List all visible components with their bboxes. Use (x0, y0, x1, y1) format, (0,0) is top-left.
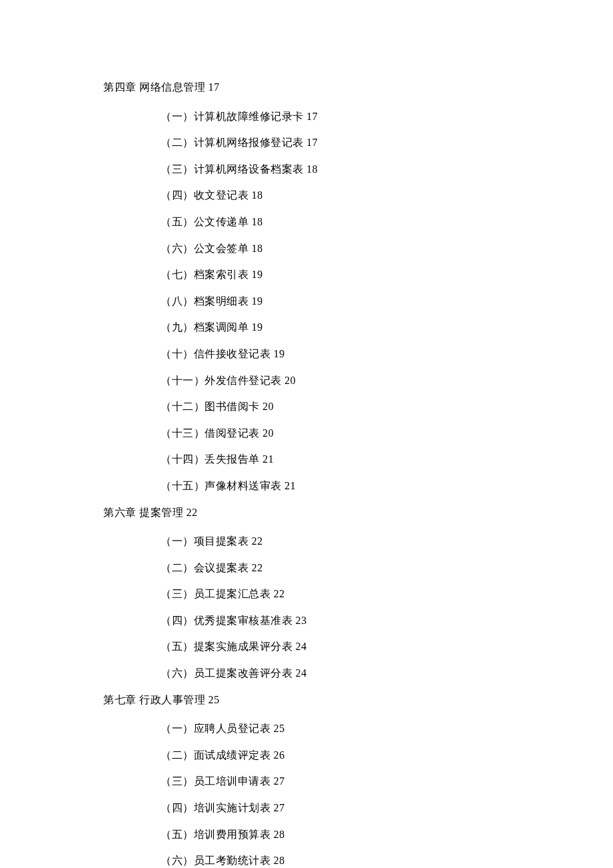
toc-item: （一）计算机故障维修记录卡 17 (161, 108, 613, 125)
toc-item: （一）项目提案表 22 (161, 533, 613, 550)
toc-item: （四）收文登记表 18 (161, 187, 613, 204)
toc-item: （二）会议提案表 22 (161, 559, 613, 577)
toc-item: （十一）外发信件登记表 20 (161, 372, 613, 389)
chapter-heading: 第四章 网络信息管理 17 (103, 79, 613, 96)
toc-item: （十三）借阅登记表 20 (161, 425, 613, 442)
toc-item: （五）提案实施成果评分表 24 (161, 638, 613, 655)
toc-item: （五）培训费用预算表 28 (161, 826, 613, 843)
toc-item: （六）员工提案改善评分表 24 (161, 665, 613, 682)
toc-item: （十五）声像材料送审表 21 (161, 477, 613, 495)
chapter-items: （一）应聘人员登记表 25 （二）面试成绩评定表 26 （三）员工培训申请表 2… (103, 720, 613, 868)
toc-item: （六）员工考勤统计表 28 (161, 852, 613, 868)
toc-item: （三）计算机网络设备档案表 18 (161, 161, 613, 178)
toc-item: （二）计算机网络报修登记表 17 (161, 134, 613, 151)
toc-item: （三）员工培训申请表 27 (161, 773, 613, 790)
toc-item: （二）面试成绩评定表 26 (161, 747, 613, 764)
chapter-heading: 第七章 行政人事管理 25 (103, 691, 613, 709)
chapter-items: （一）项目提案表 22 （二）会议提案表 22 （三）员工提案汇总表 22 （四… (103, 533, 613, 682)
toc-item: （十二）图书借阅卡 20 (161, 398, 613, 415)
toc-item: （六）公文会签单 18 (161, 240, 613, 257)
toc-item: （十四）丢失报告单 21 (161, 451, 613, 468)
toc-item: （一）应聘人员登记表 25 (161, 720, 613, 737)
toc-item: （七）档案索引表 19 (161, 266, 613, 283)
toc-item: （九）档案调阅单 19 (161, 319, 613, 336)
toc-container: 第四章 网络信息管理 17 （一）计算机故障维修记录卡 17 （二）计算机网络报… (103, 79, 613, 868)
toc-item: （三）员工提案汇总表 22 (161, 585, 613, 603)
toc-item: （四）培训实施计划表 27 (161, 799, 613, 817)
toc-item: （四）优秀提案审核基准表 23 (161, 612, 613, 629)
toc-item: （五）公文传递单 18 (161, 213, 613, 231)
toc-item: （八）档案明细表 19 (161, 293, 613, 310)
toc-item: （十）信件接收登记表 19 (161, 345, 613, 363)
chapter-heading: 第六章 提案管理 22 (103, 504, 613, 521)
chapter-items: （一）计算机故障维修记录卡 17 （二）计算机网络报修登记表 17 （三）计算机… (103, 108, 613, 495)
